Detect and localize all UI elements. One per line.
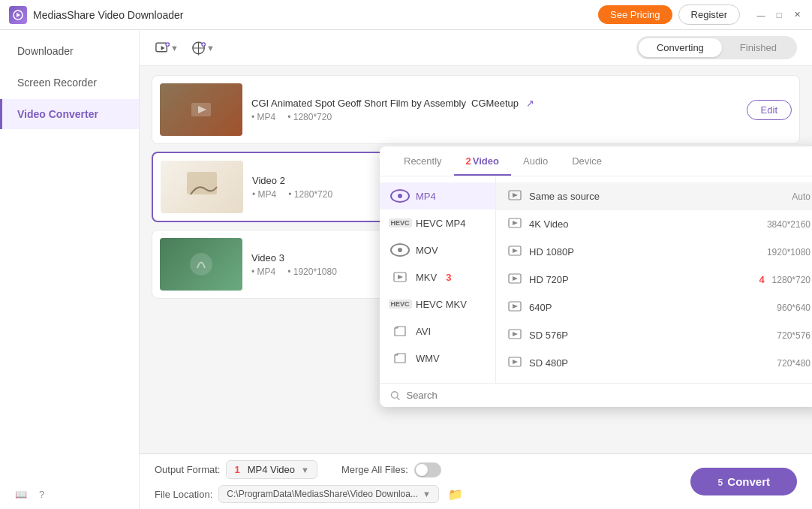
video-info-1: CGI Animated Spot Geoff Short Film by As… [251, 98, 738, 122]
format-avi[interactable]: AVI [380, 318, 495, 345]
quality-icon-640p [508, 301, 522, 314]
svg-marker-23 [513, 332, 518, 336]
quality-icon-576p [508, 329, 522, 342]
format-tabs: Recently 2Video Audio Device [380, 146, 812, 176]
quality-res-640p: 960*640 [777, 303, 810, 313]
file-location-value: C:\ProgramData\MediasShare\Video Downloa… [227, 489, 418, 499]
format-mov[interactable]: MOV [380, 236, 495, 264]
tab-recently[interactable]: Recently [392, 146, 454, 176]
quality-label-hd1080: HD 1080P [529, 246, 759, 258]
quality-label-576p: SD 576P [529, 330, 769, 341]
maximize-button[interactable]: □ [773, 9, 785, 21]
bottom-fields: Output Format: 1 MP4 Video ▼ Merge All F… [155, 460, 463, 503]
quality-list: Same as source Auto 4K Video 3840*2160 [496, 176, 812, 383]
window-controls: — □ ✕ [755, 9, 803, 21]
sidebar-item-screen-recorder[interactable]: Screen Recorder [0, 68, 139, 98]
quality-label-hd720: HD 720P [529, 274, 748, 285]
quality-icon-same [508, 190, 522, 203]
video-actions-1: Edit [747, 100, 792, 120]
video-format-2: • MP4 [252, 189, 276, 200]
convert-button[interactable]: 5 Convert [690, 468, 797, 495]
sidebar-item-video-converter[interactable]: Video Converter [0, 99, 139, 129]
folder-icon[interactable]: 📁 [448, 487, 463, 501]
app-title: MediasShare Video Downloader [33, 9, 184, 21]
external-link-icon-1[interactable]: ↗ [526, 98, 534, 109]
quality-480p[interactable]: SD 480P 720*480 [496, 349, 812, 377]
svg-marker-15 [513, 221, 518, 225]
merge-toggle[interactable] [414, 462, 441, 477]
format-hevc-mkv[interactable]: HEVC HEVC MKV [380, 291, 495, 318]
tab-finished[interactable]: Finished [722, 38, 795, 57]
video-format-3: • MP4 [251, 267, 275, 277]
quality-hd720[interactable]: HD 720P 4 1280*720 [496, 266, 812, 294]
sidebar: Downloader Screen Recorder Video Convert… [0, 30, 140, 509]
format-hevc-mp4[interactable]: HEVC HEVC MP4 [380, 209, 495, 236]
sidebar-bottom: 📖 ? [0, 480, 139, 509]
output-format-field: Output Format: 1 MP4 Video ▼ Merge All F… [155, 460, 463, 479]
register-button[interactable]: Register [678, 5, 740, 25]
logo-icon [9, 6, 27, 24]
quality-icon-4k [508, 218, 522, 230]
see-pricing-button[interactable]: See Pricing [598, 5, 672, 24]
help-icon[interactable]: ? [39, 489, 44, 500]
file-location-label: File Location: [155, 489, 212, 500]
file-location-select[interactable]: C:\ProgramData\MediasShare\Video Downloa… [218, 485, 438, 503]
output-format-value: MP4 Video [248, 464, 295, 475]
toolbar: ▼ ▼ Converting Finished [140, 30, 812, 66]
video-card-1: CGI Animated Spot Geoff Short Film by As… [152, 75, 800, 144]
quality-hd1080[interactable]: HD 1080P 1920*1080 [496, 238, 812, 266]
close-button[interactable]: ✕ [791, 9, 803, 21]
format-mp4[interactable]: MP4 [380, 182, 495, 209]
output-format-select[interactable]: 1 MP4 Video ▼ [226, 460, 317, 479]
format-body: MP4 HEVC HEVC MP4 MOV [380, 176, 812, 383]
edit-button-1[interactable]: Edit [747, 100, 792, 120]
format-wmv[interactable]: WMV [380, 345, 495, 372]
titlebar-actions: See Pricing Register — □ ✕ [598, 5, 803, 25]
svg-marker-1 [17, 13, 20, 17]
book-icon[interactable]: 📖 [15, 489, 27, 500]
mp4-icon [390, 189, 410, 203]
svg-marker-13 [513, 193, 518, 197]
tab-converting[interactable]: Converting [639, 38, 722, 57]
quality-res-4k: 3840*2160 [767, 219, 810, 230]
quality-640p[interactable]: 640P 960*640 [496, 294, 812, 321]
quality-res-hd1080: 1920*1080 [767, 247, 810, 258]
merge-files-label: Merge All Files: [341, 464, 408, 475]
tab-video[interactable]: 2Video [454, 146, 511, 176]
quality-576p[interactable]: SD 576P 720*576 [496, 321, 812, 349]
tab-group: Converting Finished [636, 36, 797, 59]
toggle-dot [416, 464, 428, 476]
quality-label-4k: 4K Video [529, 218, 759, 230]
tab-audio[interactable]: Audio [511, 146, 560, 176]
chevron-down-icon: ▼ [301, 465, 309, 474]
video-format-1: • MP4 [251, 112, 275, 122]
sidebar-item-downloader[interactable]: Downloader [0, 36, 139, 66]
mkv-icon [390, 270, 410, 284]
svg-marker-25 [513, 360, 518, 364]
quality-same-as-source[interactable]: Same as source Auto [496, 182, 812, 210]
video-resolution-2: • 1280*720 [288, 189, 332, 200]
svg-point-9 [190, 253, 212, 276]
format-list: MP4 HEVC HEVC MP4 MOV [380, 176, 496, 383]
svg-marker-11 [398, 275, 403, 279]
minimize-button[interactable]: — [755, 9, 767, 21]
add-url-button[interactable]: ▼ [191, 36, 215, 60]
tab-device[interactable]: Device [560, 146, 614, 176]
avi-icon [390, 324, 410, 338]
quality-res-same: Auto [792, 191, 810, 202]
add-video-button[interactable]: ▼ [155, 36, 179, 60]
convert-label: Convert [727, 475, 770, 488]
mov-icon [390, 243, 410, 257]
quality-label-480p: SD 480P [529, 357, 769, 369]
quality-label-same: Same as source [529, 191, 784, 202]
quality-res-576p: 720*576 [777, 330, 810, 341]
quality-icon-hd1080 [508, 245, 522, 258]
video-thumb-3 [160, 238, 242, 291]
quality-res-hd720: 1280*720 [772, 275, 810, 285]
quality-4k[interactable]: 4K Video 3840*2160 [496, 210, 812, 238]
video-title-1: CGI Animated Spot Geoff Short Film by As… [251, 98, 738, 109]
format-mkv[interactable]: MKV 3 [380, 264, 495, 291]
format-search-input[interactable] [406, 390, 812, 401]
video-thumb-2 [161, 161, 243, 213]
quality-icon-480p [508, 357, 522, 369]
